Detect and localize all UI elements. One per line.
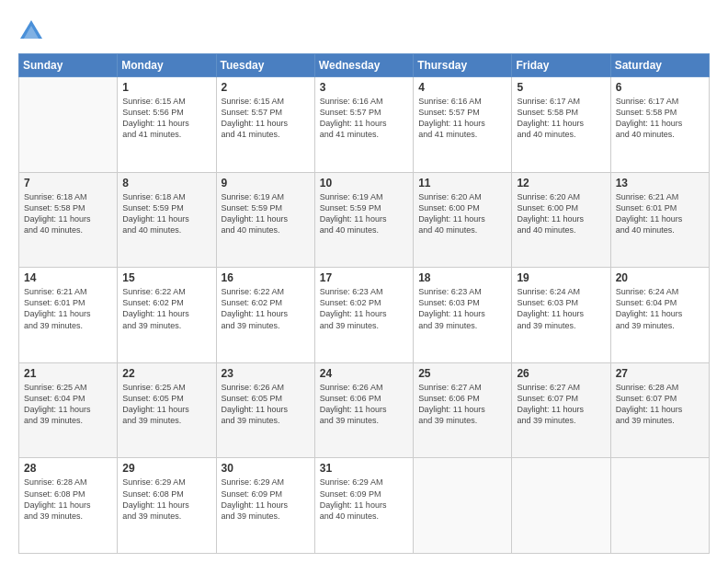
day-number: 29	[122, 462, 210, 475]
calendar-cell: 1Sunrise: 6:15 AMSunset: 5:56 PMDaylight…	[118, 77, 216, 173]
calendar-header-friday: Friday	[512, 54, 610, 77]
cell-content: Sunrise: 6:23 AMSunset: 6:02 PMDaylight:…	[320, 286, 408, 331]
cell-content: Sunrise: 6:26 AMSunset: 6:06 PMDaylight:…	[320, 382, 408, 427]
cell-content: Sunrise: 6:28 AMSunset: 6:08 PMDaylight:…	[24, 477, 112, 522]
calendar-cell: 10Sunrise: 6:19 AMSunset: 5:59 PMDayligh…	[314, 172, 413, 268]
calendar-cell: 3Sunrise: 6:16 AMSunset: 5:57 PMDaylight…	[314, 77, 413, 173]
cell-content: Sunrise: 6:25 AMSunset: 6:04 PMDaylight:…	[24, 382, 112, 427]
cell-content: Sunrise: 6:29 AMSunset: 6:08 PMDaylight:…	[122, 477, 210, 522]
calendar-cell: 5Sunrise: 6:17 AMSunset: 5:58 PMDaylight…	[512, 77, 610, 173]
cell-content: Sunrise: 6:23 AMSunset: 6:03 PMDaylight:…	[418, 286, 506, 331]
cell-content: Sunrise: 6:20 AMSunset: 6:00 PMDaylight:…	[517, 191, 605, 236]
calendar-cell: 22Sunrise: 6:25 AMSunset: 6:05 PMDayligh…	[118, 362, 216, 458]
calendar-cell: 16Sunrise: 6:22 AMSunset: 6:02 PMDayligh…	[216, 268, 314, 363]
logo	[18, 17, 46, 44]
calendar-cell	[512, 458, 610, 554]
calendar-cell: 29Sunrise: 6:29 AMSunset: 6:08 PMDayligh…	[118, 458, 216, 554]
calendar-week-4: 21Sunrise: 6:25 AMSunset: 6:04 PMDayligh…	[19, 362, 710, 458]
cell-content: Sunrise: 6:21 AMSunset: 6:01 PMDaylight:…	[24, 286, 112, 331]
day-number: 6	[616, 81, 704, 94]
day-number: 7	[24, 177, 112, 190]
calendar-header-wednesday: Wednesday	[314, 54, 413, 77]
day-number: 30	[222, 462, 310, 475]
day-number: 17	[320, 271, 408, 284]
calendar-cell: 9Sunrise: 6:19 AMSunset: 5:59 PMDaylight…	[216, 172, 314, 268]
calendar-header-saturday: Saturday	[610, 54, 709, 77]
day-number: 28	[24, 462, 112, 475]
calendar-cell: 15Sunrise: 6:22 AMSunset: 6:02 PMDayligh…	[118, 268, 216, 363]
day-number: 10	[320, 177, 408, 190]
day-number: 11	[418, 177, 506, 190]
cell-content: Sunrise: 6:15 AMSunset: 5:57 PMDaylight:…	[222, 96, 310, 141]
day-number: 31	[320, 462, 408, 475]
cell-content: Sunrise: 6:18 AMSunset: 5:59 PMDaylight:…	[122, 191, 210, 236]
day-number: 16	[222, 271, 310, 284]
cell-content: Sunrise: 6:22 AMSunset: 6:02 PMDaylight:…	[122, 286, 210, 331]
day-number: 21	[24, 367, 112, 380]
calendar-cell: 13Sunrise: 6:21 AMSunset: 6:01 PMDayligh…	[610, 172, 709, 268]
cell-content: Sunrise: 6:17 AMSunset: 5:58 PMDaylight:…	[616, 96, 704, 141]
calendar-cell: 23Sunrise: 6:26 AMSunset: 6:05 PMDayligh…	[216, 362, 314, 458]
cell-content: Sunrise: 6:21 AMSunset: 6:01 PMDaylight:…	[616, 191, 704, 236]
calendar-cell: 6Sunrise: 6:17 AMSunset: 5:58 PMDaylight…	[610, 77, 709, 173]
calendar-cell: 20Sunrise: 6:24 AMSunset: 6:04 PMDayligh…	[610, 268, 709, 363]
day-number: 23	[222, 367, 310, 380]
calendar-header-thursday: Thursday	[414, 54, 512, 77]
calendar-cell: 26Sunrise: 6:27 AMSunset: 6:07 PMDayligh…	[512, 362, 610, 458]
day-number: 14	[24, 271, 112, 284]
calendar-cell: 8Sunrise: 6:18 AMSunset: 5:59 PMDaylight…	[118, 172, 216, 268]
day-number: 12	[517, 177, 605, 190]
cell-content: Sunrise: 6:25 AMSunset: 6:05 PMDaylight:…	[122, 382, 210, 427]
day-number: 18	[418, 271, 506, 284]
calendar-cell: 17Sunrise: 6:23 AMSunset: 6:02 PMDayligh…	[314, 268, 413, 363]
calendar-cell: 24Sunrise: 6:26 AMSunset: 6:06 PMDayligh…	[314, 362, 413, 458]
day-number: 26	[517, 367, 605, 380]
day-number: 2	[222, 81, 310, 94]
cell-content: Sunrise: 6:16 AMSunset: 5:57 PMDaylight:…	[320, 96, 408, 141]
cell-content: Sunrise: 6:22 AMSunset: 6:02 PMDaylight:…	[222, 286, 310, 331]
calendar-cell: 2Sunrise: 6:15 AMSunset: 5:57 PMDaylight…	[216, 77, 314, 173]
calendar-table: SundayMondayTuesdayWednesdayThursdayFrid…	[18, 53, 710, 554]
calendar-week-2: 7Sunrise: 6:18 AMSunset: 5:58 PMDaylight…	[19, 172, 710, 268]
logo-icon	[18, 18, 44, 44]
cell-content: Sunrise: 6:27 AMSunset: 6:06 PMDaylight:…	[418, 382, 506, 427]
calendar-cell: 21Sunrise: 6:25 AMSunset: 6:04 PMDayligh…	[19, 362, 118, 458]
calendar-week-1: 1Sunrise: 6:15 AMSunset: 5:56 PMDaylight…	[19, 77, 710, 173]
cell-content: Sunrise: 6:24 AMSunset: 6:04 PMDaylight:…	[616, 286, 704, 331]
day-number: 22	[122, 367, 210, 380]
calendar-cell: 11Sunrise: 6:20 AMSunset: 6:00 PMDayligh…	[414, 172, 512, 268]
calendar-header-tuesday: Tuesday	[216, 54, 314, 77]
cell-content: Sunrise: 6:24 AMSunset: 6:03 PMDaylight:…	[517, 286, 605, 331]
cell-content: Sunrise: 6:18 AMSunset: 5:58 PMDaylight:…	[24, 191, 112, 236]
cell-content: Sunrise: 6:26 AMSunset: 6:05 PMDaylight:…	[222, 382, 310, 427]
page: SundayMondayTuesdayWednesdayThursdayFrid…	[0, 0, 728, 563]
day-number: 9	[222, 177, 310, 190]
calendar-cell: 30Sunrise: 6:29 AMSunset: 6:09 PMDayligh…	[216, 458, 314, 554]
day-number: 5	[517, 81, 605, 94]
calendar-cell: 19Sunrise: 6:24 AMSunset: 6:03 PMDayligh…	[512, 268, 610, 363]
calendar-cell: 7Sunrise: 6:18 AMSunset: 5:58 PMDaylight…	[19, 172, 118, 268]
calendar-header-monday: Monday	[118, 54, 216, 77]
calendar-cell	[414, 458, 512, 554]
calendar-cell: 27Sunrise: 6:28 AMSunset: 6:07 PMDayligh…	[610, 362, 709, 458]
calendar-cell: 14Sunrise: 6:21 AMSunset: 6:01 PMDayligh…	[19, 268, 118, 363]
calendar-week-3: 14Sunrise: 6:21 AMSunset: 6:01 PMDayligh…	[19, 268, 710, 363]
calendar-header-row: SundayMondayTuesdayWednesdayThursdayFrid…	[19, 54, 710, 77]
calendar-cell	[610, 458, 709, 554]
day-number: 3	[320, 81, 408, 94]
cell-content: Sunrise: 6:17 AMSunset: 5:58 PMDaylight:…	[517, 96, 605, 141]
calendar-cell: 25Sunrise: 6:27 AMSunset: 6:06 PMDayligh…	[414, 362, 512, 458]
day-number: 13	[616, 177, 704, 190]
cell-content: Sunrise: 6:20 AMSunset: 6:00 PMDaylight:…	[418, 191, 506, 236]
cell-content: Sunrise: 6:19 AMSunset: 5:59 PMDaylight:…	[222, 191, 310, 236]
day-number: 24	[320, 367, 408, 380]
calendar-cell: 18Sunrise: 6:23 AMSunset: 6:03 PMDayligh…	[414, 268, 512, 363]
day-number: 25	[418, 367, 506, 380]
header	[18, 17, 710, 44]
cell-content: Sunrise: 6:16 AMSunset: 5:57 PMDaylight:…	[418, 96, 506, 141]
day-number: 1	[122, 81, 210, 94]
calendar-week-5: 28Sunrise: 6:28 AMSunset: 6:08 PMDayligh…	[19, 458, 710, 554]
cell-content: Sunrise: 6:29 AMSunset: 6:09 PMDaylight:…	[320, 477, 408, 522]
cell-content: Sunrise: 6:29 AMSunset: 6:09 PMDaylight:…	[222, 477, 310, 522]
cell-content: Sunrise: 6:15 AMSunset: 5:56 PMDaylight:…	[122, 96, 210, 141]
